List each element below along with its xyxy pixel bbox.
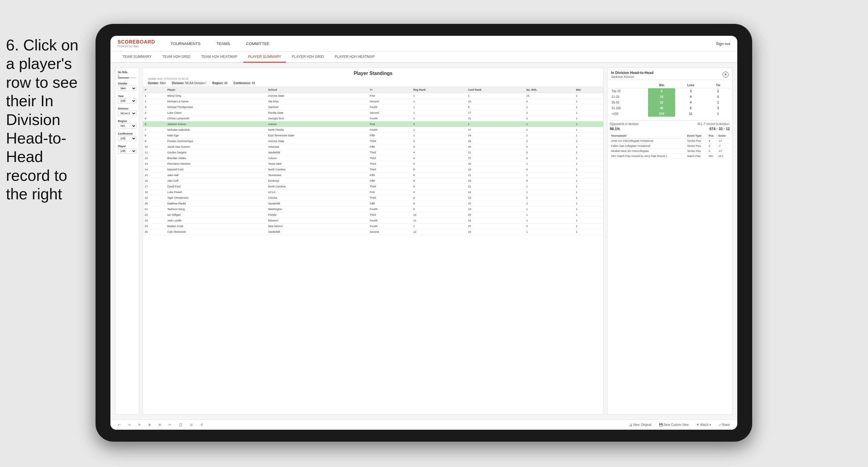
standings-row[interactable]: 6 Jackson Koivun Auburn First 2 1 1 1 xyxy=(143,121,603,127)
toolbar-cut[interactable]: ✂ xyxy=(166,422,174,428)
tourn-pos: 4 xyxy=(707,138,717,144)
cell-school: Stanford xyxy=(266,104,368,110)
standings-row[interactable]: 25 Cole Sherwood Vanderbilt Second 12 23… xyxy=(143,229,603,235)
standings-row[interactable]: 22 Ian Gilligan Florida Third 10 24 1 1 xyxy=(143,212,603,218)
cell-rank: 21 xyxy=(143,207,165,212)
standings-row[interactable]: 21 Taehoon Song Washington Fourth 6 23 1… xyxy=(143,207,603,212)
standings-row[interactable]: 3 Michael Thorbjornsen Stanford Fourth 1… xyxy=(143,104,603,110)
cell-reg-rank: 8 xyxy=(412,195,466,201)
h2h-close-button[interactable]: ✕ xyxy=(723,72,728,77)
standings-row[interactable]: 10 Jacob Max Doeren Arkansas Fifth 4 25 … xyxy=(143,144,603,150)
gender-dropdown[interactable]: Men Women xyxy=(118,86,136,91)
standings-row[interactable]: 11 Gordon Sargent Vanderbilt Third 4 21 … xyxy=(143,150,603,155)
cell-no-rds: 0 xyxy=(524,150,574,155)
cell-rank: 7 xyxy=(143,127,165,133)
standings-row[interactable]: 18 Luke Powell UCLA First 8 24 1 1 xyxy=(143,189,603,195)
cell-reg-rank: 1 xyxy=(412,133,466,138)
h2h-content: Win Loss Tie Top 10 8 3 2 11-25 20 9 5 2… xyxy=(608,80,732,414)
standings-panel: Player Standings Update time: 27/03/2024… xyxy=(143,67,603,415)
cell-yr: Fifth xyxy=(368,133,412,138)
standings-row[interactable]: 5 Christo Lamprecht Georgia Tech Fourth … xyxy=(143,116,603,121)
h2h-range: >100 xyxy=(610,111,648,117)
no-rds-slider[interactable] xyxy=(118,77,136,79)
cell-yr: Second xyxy=(368,99,412,104)
cell-school: Auburn xyxy=(266,121,368,127)
cell-win: 1 xyxy=(574,155,603,161)
sign-out-link[interactable]: Sign out xyxy=(716,41,730,46)
region-dropdown[interactable]: N/A xyxy=(118,123,136,129)
sub-nav-team-h2h-heatmap[interactable]: TEAM H2H HEATMAP xyxy=(196,52,242,63)
nav-tournaments[interactable]: TOURNAMENTS xyxy=(167,40,204,48)
standings-row[interactable]: 7 Nicholas Gabrelcik North Florida Fourt… xyxy=(143,127,603,133)
cell-school: New Mexico xyxy=(266,223,368,229)
cell-school: Texas A&M xyxy=(266,161,368,167)
opponents-record: 674 - 33 - 12 xyxy=(710,127,730,131)
toolbar-grid[interactable]: ⊡ xyxy=(187,422,195,428)
standings-row[interactable]: 2 Michael La Sasse Ole Miss Second 1 10 … xyxy=(143,99,603,104)
sub-nav-player-h2h-grid[interactable]: PLAYER H2H GRID xyxy=(287,52,329,63)
conference-dropdown[interactable]: (All) xyxy=(118,136,136,141)
h2h-tie: 1 xyxy=(707,111,730,117)
year-dropdown[interactable]: (All) xyxy=(118,98,136,103)
cell-school: UCLA xyxy=(266,189,368,195)
standings-row[interactable]: 16 Alex Goff Kentucky Fifth 8 19 0 1 xyxy=(143,178,603,184)
sub-nav-player-h2h-heatmap[interactable]: PLAYER H2H HEATMAP xyxy=(330,52,379,63)
toolbar-copy[interactable]: 📋 xyxy=(176,422,185,428)
cell-conf-rank: 1 xyxy=(466,93,524,99)
cell-reg-rank: 3 xyxy=(412,138,466,144)
player-dropdown[interactable]: (All) xyxy=(118,148,136,154)
no-rds-section: No Rds. 6 xyxy=(118,71,136,79)
cell-no-rds: 2 xyxy=(524,223,574,229)
cell-reg-rank: 8 xyxy=(412,173,466,178)
standings-row[interactable]: 24 Bastien Amat New Mexico Fourth 1 27 2… xyxy=(143,223,603,229)
toolbar-refresh[interactable]: ⟳ xyxy=(135,422,143,428)
standings-row[interactable]: 1 Wenyi Ding Arizona State First 1 1 15 … xyxy=(143,93,603,99)
h2h-tie: 3 xyxy=(707,105,730,111)
standings-row[interactable]: 17 David Ford North Carolina Third 8 21 … xyxy=(143,184,603,189)
cell-win: 1 xyxy=(574,173,603,178)
standings-row[interactable]: 13 Phichaksn Maichon Texas A&M Third 6 3… xyxy=(143,161,603,167)
standings-row[interactable]: 8 Mats Ege East Tennessee State Fifth 1 … xyxy=(143,133,603,138)
toolbar-watch[interactable]: 👁 Watch ▾ xyxy=(694,422,714,428)
division-dropdown[interactable]: NCAA Division I xyxy=(118,111,136,116)
sub-nav-team-h2h-grid[interactable]: TEAM H2H GRID xyxy=(158,52,195,63)
toolbar-view-original[interactable]: 📊 View: Original xyxy=(626,422,654,428)
tablet-screen: SCOREBOARD Powered by clippi TOURNAMENTS… xyxy=(111,36,737,430)
toolbar-redo[interactable]: ↪ xyxy=(125,422,133,428)
h2h-col-range xyxy=(610,82,648,88)
cell-rank: 22 xyxy=(143,212,165,218)
sub-nav-team-summary[interactable]: TEAM SUMMARY xyxy=(118,52,156,63)
nav-committee[interactable]: COMMITTEE xyxy=(243,40,273,48)
h2h-row: Top 10 8 3 2 xyxy=(610,88,730,94)
toolbar-share[interactable]: ⤢ Share xyxy=(716,422,733,428)
h2h-win: 46 xyxy=(648,105,675,111)
cell-win: 1 xyxy=(574,138,603,144)
toolbar-zoom-out[interactable]: ⊖ xyxy=(156,422,163,428)
sub-nav-player-summary[interactable]: PLAYER SUMMARY xyxy=(243,52,286,63)
standings-row[interactable]: 19 Tiger Christensen Arizona Third 8 23 … xyxy=(143,195,603,201)
standings-row[interactable]: 15 Jake Hall Tennessee Fifth 8 21 1 1 xyxy=(143,173,603,178)
cell-rank: 9 xyxy=(143,138,165,144)
toolbar-reset[interactable]: ↺ xyxy=(197,422,205,428)
cell-conf-rank: 21 xyxy=(466,150,524,155)
tourn-pos: Win xyxy=(707,154,717,159)
standings-row[interactable]: 23 Jack Lundin Missouri Fourth 11 24 1 1 xyxy=(143,218,603,223)
cell-rank: 17 xyxy=(143,184,165,189)
cell-win: 1 xyxy=(574,184,603,189)
cell-win: 1 xyxy=(574,212,603,218)
standings-row[interactable]: 9 Preston Summerhays Arizona State Third… xyxy=(143,138,603,144)
toolbar-zoom-in[interactable]: ⊕ xyxy=(146,422,153,428)
standings-row[interactable]: 12 Brendan Valdes Auburn Third 4 27 0 1 xyxy=(143,155,603,161)
nav-teams[interactable]: TEAMS xyxy=(213,40,234,48)
standings-row[interactable]: 4 Luke Claton Florida State Second 1 17 … xyxy=(143,110,603,116)
cell-reg-rank: 1 xyxy=(412,110,466,116)
tourn-type: Stroke Play xyxy=(686,149,707,154)
no-rds-label: No Rds. xyxy=(118,71,136,74)
h2h-col-win: Win xyxy=(648,82,675,88)
standings-title: Player Standings xyxy=(148,71,598,76)
toolbar-save-custom[interactable]: 💾 Save Custom View xyxy=(656,422,691,428)
standings-row[interactable]: 20 Matthew Riedel Vanderbilt Fifth 8 22 … xyxy=(143,201,603,207)
toolbar-undo[interactable]: ↩ xyxy=(115,422,123,428)
cell-yr: First xyxy=(368,93,412,99)
standings-row[interactable]: 14 Maxwell Ford North Carolina Third 8 2… xyxy=(143,167,603,173)
